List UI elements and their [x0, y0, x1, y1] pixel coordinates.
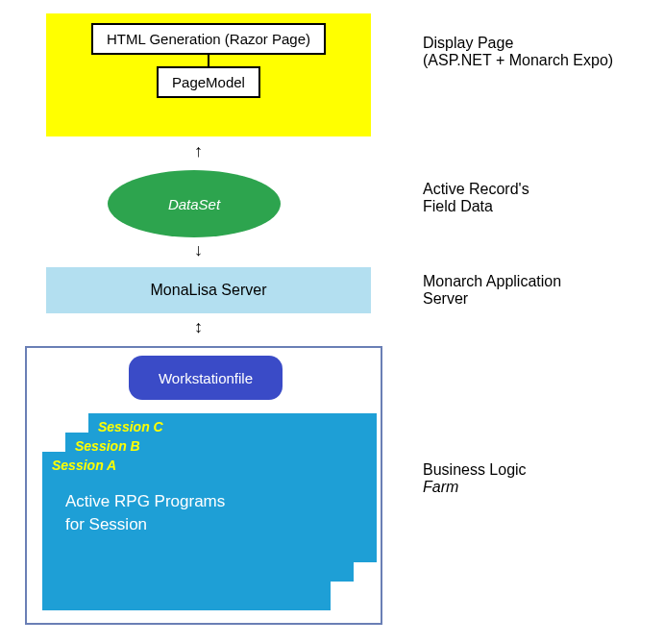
pagemodel-box: PageModel — [157, 66, 260, 98]
arrow-updown-icon: ↕ — [194, 317, 203, 337]
session-body-line2: for Session — [65, 513, 321, 536]
label-monarch-app-server: Monarch Application Server — [423, 273, 561, 308]
session-a-title: Session A — [52, 458, 321, 473]
label-display-page: Display Page (ASP.NET + Monarch Expo) — [423, 35, 613, 69]
arrow-down-icon: ↓ — [194, 240, 203, 260]
label-active-record: Active Record's Field Data — [423, 181, 529, 215]
session-body-line1: Active RPG Programs — [65, 490, 321, 513]
arrow-up-icon: ↑ — [194, 141, 203, 161]
dataset-node: DataSet — [108, 170, 281, 237]
connector-line — [208, 55, 209, 66]
monalisa-server-box: MonaLisa Server — [46, 267, 371, 313]
html-generation-box: HTML Generation (Razor Page) — [91, 23, 326, 55]
label-business-logic-farm: Business Logic Farm — [423, 461, 527, 496]
session-a-card: Session A Active RPG Programs for Sessio… — [42, 452, 331, 610]
business-logic-farm: Workstationfile Session C Session B Sess… — [25, 346, 382, 625]
display-page-layer: HTML Generation (Razor Page) PageModel — [46, 13, 371, 136]
workstationfile-node: Workstationfile — [129, 356, 283, 400]
